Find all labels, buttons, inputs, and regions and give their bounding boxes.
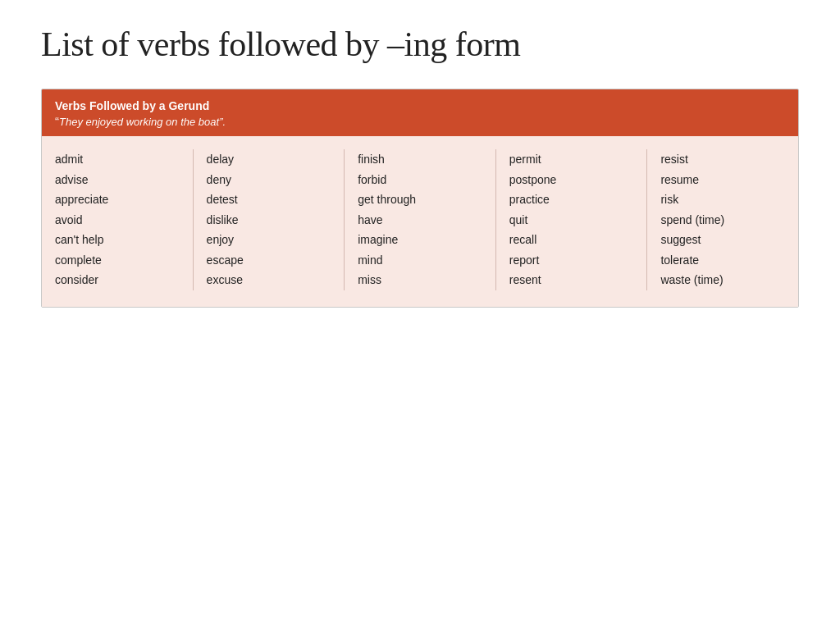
list-item: spend (time) [660,210,785,231]
page-container: List of verbs followed by –ing form Verb… [41,25,799,308]
page-title: List of verbs followed by –ing form [41,25,799,64]
table-column-1: admit advise appreciate avoid can't help… [42,149,194,290]
list-item: dislike [207,210,331,231]
list-item: suggest [660,230,785,250]
list-item: admit [55,149,180,170]
list-item: tolerate [660,250,785,271]
list-item: complete [55,250,180,271]
list-item: risk [660,189,785,210]
list-item: excuse [207,270,331,290]
list-item: enjoy [207,230,331,250]
table-column-2: delay deny detest dislike enjoy escape e… [194,149,345,290]
list-item: permit [509,149,634,170]
list-item: can't help [55,230,180,250]
list-item: practice [509,189,634,210]
list-item: advise [55,170,180,190]
table-column-5: resist resume risk spend (time) suggest … [647,149,798,290]
table-column-3: finish forbid get through have imagine m… [345,149,496,290]
list-item: have [358,210,482,231]
list-item: escape [207,250,331,271]
list-item: resent [509,270,634,290]
list-item: delay [207,149,331,170]
table-header-subtitle: “They enjoyed working on the boat”. [55,114,785,128]
list-item: deny [207,170,331,190]
verb-table: Verbs Followed by a Gerund “They enjoyed… [41,89,799,308]
list-item: forbid [358,170,482,190]
subtitle-text: They enjoyed working on the boat”. [59,116,226,128]
list-item: consider [55,270,180,290]
list-item: resist [660,149,785,170]
list-item: imagine [358,230,482,250]
list-item: waste (time) [660,270,785,290]
list-item: report [509,250,634,271]
list-item: avoid [55,210,180,231]
list-item: mind [358,250,482,271]
list-item: appreciate [55,189,180,210]
list-item: resume [660,170,785,190]
list-item: finish [358,149,482,170]
list-item: recall [509,230,634,250]
list-item: postpone [509,170,634,190]
list-item: quit [509,210,634,231]
table-header-title: Verbs Followed by a Gerund [55,99,785,112]
list-item: detest [207,189,331,210]
table-column-4: permit postpone practice quit recall rep… [496,149,648,290]
table-header: Verbs Followed by a Gerund “They enjoyed… [42,89,798,136]
list-item: miss [358,270,482,290]
table-body: admit advise appreciate avoid can't help… [42,136,798,307]
list-item: get through [358,189,482,210]
